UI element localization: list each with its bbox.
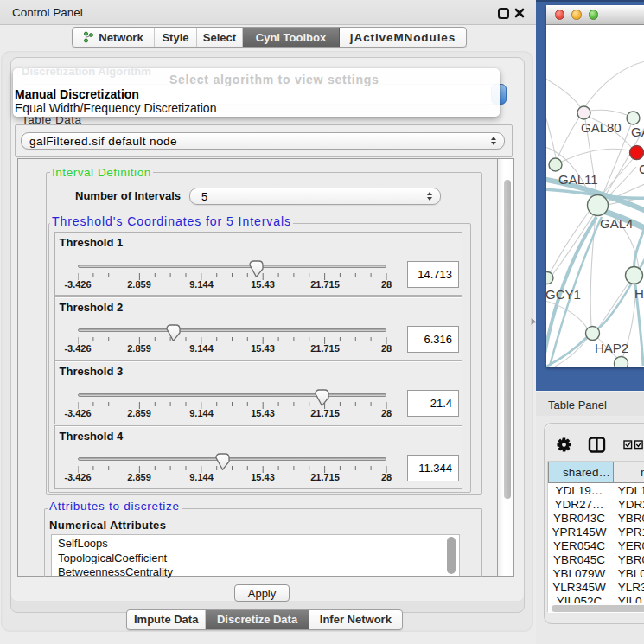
svg-text:GAL4: GAL4 bbox=[600, 215, 633, 230]
svg-text:GAL11: GAL11 bbox=[558, 171, 598, 186]
svg-text:HA: HA bbox=[634, 285, 644, 300]
svg-text:GCY1: GCY1 bbox=[546, 286, 581, 301]
svg-text:HAP2: HAP2 bbox=[595, 340, 628, 354]
svg-text:C: C bbox=[639, 161, 644, 175]
svg-text:GAL80: GAL80 bbox=[581, 119, 622, 134]
svg-text:GA: GA bbox=[631, 124, 644, 138]
